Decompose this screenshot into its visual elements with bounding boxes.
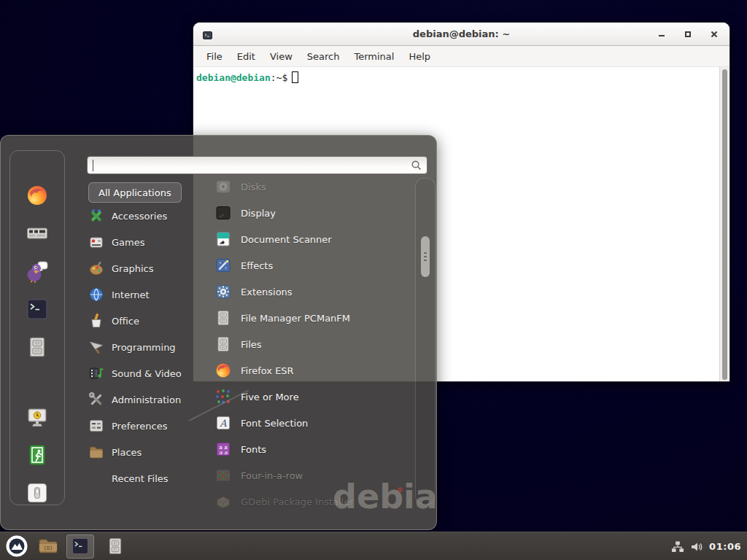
app-label: File Manager PCManFM	[241, 313, 350, 324]
app-disks[interactable]: Disks	[209, 174, 414, 200]
category-label: Recent Files	[112, 473, 169, 484]
favorites-column	[9, 150, 65, 505]
volume-icon[interactable]	[690, 540, 703, 553]
menu-view[interactable]: View	[263, 51, 300, 62]
taskbar-files-icon	[106, 537, 125, 556]
category-internet[interactable]: Internet	[88, 281, 208, 308]
maximize-button[interactable]	[683, 29, 693, 39]
firefox-icon	[214, 362, 232, 379]
document-scanner-icon	[214, 230, 232, 248]
close-button[interactable]	[709, 29, 719, 39]
category-office[interactable]: Office	[88, 308, 208, 334]
programming-icon	[88, 339, 104, 355]
menu-help[interactable]: Help	[401, 51, 438, 62]
app-list-scrollbar[interactable]	[415, 178, 436, 505]
category-label: Internet	[112, 289, 150, 300]
watermark-red-dot	[398, 487, 403, 492]
software-keyboard-icon[interactable]	[26, 222, 49, 245]
category-places[interactable]: Places	[88, 439, 208, 465]
app-label: Font Selection	[241, 418, 308, 429]
firefox-favorite-icon[interactable]	[26, 184, 49, 207]
internet-globe-icon	[88, 287, 104, 303]
disks-icon	[214, 178, 232, 195]
app-extensions[interactable]: Extensions	[209, 279, 414, 305]
app-five-or-more[interactable]: Five or More	[209, 384, 414, 410]
file-cabinet-icon	[214, 335, 232, 353]
app-fonts[interactable]: a aa a Fonts	[209, 436, 414, 462]
svg-text:A: A	[219, 418, 227, 429]
category-label: Graphics	[112, 263, 153, 274]
category-label: Office	[112, 316, 139, 327]
app-gdebi-package-installer[interactable]: GDebi Package Installer	[209, 489, 414, 515]
logout-icon[interactable]	[26, 443, 49, 467]
app-four-in-a-row[interactable]: Four-in-a-row	[209, 462, 414, 489]
category-recent-files[interactable]: Recent Files	[88, 465, 208, 491]
svg-text:[D]: [D]	[44, 545, 53, 551]
category-label: Places	[112, 447, 142, 458]
taskbar-files-window-button[interactable]	[101, 534, 129, 559]
terminal-titlebar[interactable]: debian@debian: ~	[193, 23, 729, 46]
desktop: debian@debian: ~ File Edit View Search T…	[0, 0, 747, 560]
menu-file[interactable]: File	[199, 51, 230, 62]
display-icon	[214, 204, 232, 222]
terminal-cursor	[292, 71, 298, 83]
category-sound-video[interactable]: Sound & Video	[88, 360, 208, 386]
taskbar-terminal-window-button[interactable]	[66, 534, 94, 559]
screensaver-lock-icon[interactable]	[26, 405, 49, 429]
app-display[interactable]: Display	[209, 200, 414, 226]
minimize-button[interactable]	[657, 29, 667, 39]
category-all-applications[interactable]: All Applications	[88, 182, 182, 203]
category-graphics[interactable]: Graphics	[88, 255, 208, 281]
app-firefox-esr[interactable]: Firefox ESR	[209, 357, 414, 384]
terminal-favorite-icon[interactable]	[26, 298, 49, 321]
application-menu: All Applications Accessories Games Graph…	[0, 135, 437, 530]
taskbar-folder-icon[interactable]: [D]	[37, 535, 59, 557]
app-files[interactable]: Files	[209, 331, 414, 357]
menu-terminal[interactable]: Terminal	[347, 51, 401, 62]
menu-button[interactable]	[5, 534, 28, 558]
category-accessories[interactable]: Accessories	[88, 203, 208, 229]
app-label: Fonts	[241, 444, 266, 455]
app-list-scrollbar-thumb[interactable]	[421, 236, 430, 277]
menu-search[interactable]: Search	[300, 51, 347, 62]
category-games[interactable]: Games	[88, 229, 208, 255]
terminal-scrollbar[interactable]	[719, 67, 729, 382]
app-document-scanner[interactable]: Document Scanner	[209, 226, 414, 252]
terminal-window-icon	[203, 29, 212, 39]
terminal-scrollbar-thumb[interactable]	[722, 69, 727, 380]
category-label: Sound & Video	[112, 368, 182, 379]
app-label: Document Scanner	[241, 234, 332, 245]
app-effects[interactable]: Effects	[209, 252, 414, 279]
app-label: Effects	[241, 260, 273, 271]
search-input[interactable]	[87, 156, 427, 174]
svg-text:a a: a a	[219, 449, 228, 456]
fonts-icon: a aa a	[214, 440, 232, 458]
prompt-path: :~$	[271, 72, 287, 83]
category-preferences[interactable]: Preferences	[88, 413, 208, 439]
graphics-icon	[88, 260, 104, 276]
places-folder-icon	[88, 444, 104, 460]
clock[interactable]: 01:06	[709, 541, 741, 552]
app-font-selection[interactable]: A Font Selection	[209, 410, 414, 436]
quit-switch-icon[interactable]	[26, 481, 49, 505]
app-label: Files	[241, 339, 262, 350]
application-list: Disks Display Document Scanner Effects E…	[209, 174, 414, 515]
administration-icon	[88, 392, 104, 408]
network-icon[interactable]	[671, 540, 684, 553]
taskbar: [D] 01:06	[0, 532, 747, 560]
terminal-menubar: File Edit View Search Terminal Help	[193, 46, 729, 67]
category-label: Preferences	[112, 421, 167, 432]
category-programming[interactable]: Programming	[88, 334, 208, 360]
taskbar-terminal-icon	[71, 537, 90, 556]
app-file-manager-pcmanfm[interactable]: File Manager PCManFM	[209, 305, 414, 331]
effects-icon	[214, 257, 232, 274]
app-label: Extensions	[241, 287, 293, 298]
font-selection-icon: A	[214, 414, 232, 432]
extensions-icon	[214, 283, 232, 300]
files-favorite-icon[interactable]	[26, 335, 49, 359]
four-in-a-row-icon	[214, 467, 232, 484]
menu-edit[interactable]: Edit	[230, 51, 263, 62]
category-administration[interactable]: Administration	[88, 386, 208, 413]
prompt-user-host: debian@debian	[196, 72, 271, 83]
pidgin-icon[interactable]	[26, 260, 49, 283]
